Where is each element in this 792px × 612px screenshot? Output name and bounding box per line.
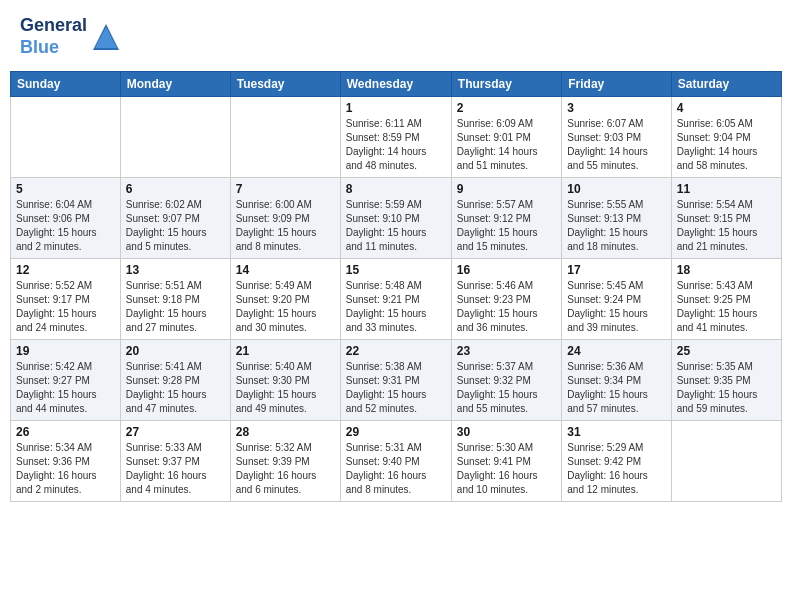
calendar-cell: 18Sunrise: 5:43 AM Sunset: 9:25 PM Dayli… [671, 259, 781, 340]
day-number: 1 [346, 101, 446, 115]
calendar-cell: 13Sunrise: 5:51 AM Sunset: 9:18 PM Dayli… [120, 259, 230, 340]
day-number: 15 [346, 263, 446, 277]
day-info: Sunrise: 5:35 AM Sunset: 9:35 PM Dayligh… [677, 360, 776, 416]
calendar-week-row: 12Sunrise: 5:52 AM Sunset: 9:17 PM Dayli… [11, 259, 782, 340]
day-number: 4 [677, 101, 776, 115]
day-number: 22 [346, 344, 446, 358]
page-header: GeneralBlue [10, 10, 782, 63]
weekday-header: Monday [120, 72, 230, 97]
day-number: 10 [567, 182, 665, 196]
calendar-cell: 24Sunrise: 5:36 AM Sunset: 9:34 PM Dayli… [562, 340, 671, 421]
day-info: Sunrise: 5:32 AM Sunset: 9:39 PM Dayligh… [236, 441, 335, 497]
day-info: Sunrise: 5:40 AM Sunset: 9:30 PM Dayligh… [236, 360, 335, 416]
day-info: Sunrise: 5:48 AM Sunset: 9:21 PM Dayligh… [346, 279, 446, 335]
day-number: 11 [677, 182, 776, 196]
calendar-week-row: 19Sunrise: 5:42 AM Sunset: 9:27 PM Dayli… [11, 340, 782, 421]
calendar-cell: 3Sunrise: 6:07 AM Sunset: 9:03 PM Daylig… [562, 97, 671, 178]
day-number: 28 [236, 425, 335, 439]
day-info: Sunrise: 6:02 AM Sunset: 9:07 PM Dayligh… [126, 198, 225, 254]
calendar-cell: 4Sunrise: 6:05 AM Sunset: 9:04 PM Daylig… [671, 97, 781, 178]
day-number: 16 [457, 263, 556, 277]
day-number: 5 [16, 182, 115, 196]
day-number: 29 [346, 425, 446, 439]
day-info: Sunrise: 5:45 AM Sunset: 9:24 PM Dayligh… [567, 279, 665, 335]
day-info: Sunrise: 5:46 AM Sunset: 9:23 PM Dayligh… [457, 279, 556, 335]
calendar-cell [671, 421, 781, 502]
day-number: 18 [677, 263, 776, 277]
day-info: Sunrise: 5:54 AM Sunset: 9:15 PM Dayligh… [677, 198, 776, 254]
day-info: Sunrise: 5:34 AM Sunset: 9:36 PM Dayligh… [16, 441, 115, 497]
day-number: 3 [567, 101, 665, 115]
day-info: Sunrise: 5:55 AM Sunset: 9:13 PM Dayligh… [567, 198, 665, 254]
day-info: Sunrise: 5:37 AM Sunset: 9:32 PM Dayligh… [457, 360, 556, 416]
calendar-cell: 14Sunrise: 5:49 AM Sunset: 9:20 PM Dayli… [230, 259, 340, 340]
calendar-week-row: 26Sunrise: 5:34 AM Sunset: 9:36 PM Dayli… [11, 421, 782, 502]
day-info: Sunrise: 5:36 AM Sunset: 9:34 PM Dayligh… [567, 360, 665, 416]
day-info: Sunrise: 6:04 AM Sunset: 9:06 PM Dayligh… [16, 198, 115, 254]
calendar-cell: 22Sunrise: 5:38 AM Sunset: 9:31 PM Dayli… [340, 340, 451, 421]
day-info: Sunrise: 5:51 AM Sunset: 9:18 PM Dayligh… [126, 279, 225, 335]
calendar-cell: 26Sunrise: 5:34 AM Sunset: 9:36 PM Dayli… [11, 421, 121, 502]
day-info: Sunrise: 5:43 AM Sunset: 9:25 PM Dayligh… [677, 279, 776, 335]
calendar-cell: 19Sunrise: 5:42 AM Sunset: 9:27 PM Dayli… [11, 340, 121, 421]
calendar-week-row: 5Sunrise: 6:04 AM Sunset: 9:06 PM Daylig… [11, 178, 782, 259]
day-info: Sunrise: 5:33 AM Sunset: 9:37 PM Dayligh… [126, 441, 225, 497]
day-number: 8 [346, 182, 446, 196]
day-info: Sunrise: 6:05 AM Sunset: 9:04 PM Dayligh… [677, 117, 776, 173]
day-info: Sunrise: 5:30 AM Sunset: 9:41 PM Dayligh… [457, 441, 556, 497]
calendar-cell [230, 97, 340, 178]
calendar-cell: 16Sunrise: 5:46 AM Sunset: 9:23 PM Dayli… [451, 259, 561, 340]
calendar-cell: 12Sunrise: 5:52 AM Sunset: 9:17 PM Dayli… [11, 259, 121, 340]
day-info: Sunrise: 6:09 AM Sunset: 9:01 PM Dayligh… [457, 117, 556, 173]
day-info: Sunrise: 5:57 AM Sunset: 9:12 PM Dayligh… [457, 198, 556, 254]
weekday-header: Sunday [11, 72, 121, 97]
calendar-week-row: 1Sunrise: 6:11 AM Sunset: 8:59 PM Daylig… [11, 97, 782, 178]
day-info: Sunrise: 6:00 AM Sunset: 9:09 PM Dayligh… [236, 198, 335, 254]
calendar-cell: 10Sunrise: 5:55 AM Sunset: 9:13 PM Dayli… [562, 178, 671, 259]
day-info: Sunrise: 5:59 AM Sunset: 9:10 PM Dayligh… [346, 198, 446, 254]
calendar-cell: 2Sunrise: 6:09 AM Sunset: 9:01 PM Daylig… [451, 97, 561, 178]
day-number: 27 [126, 425, 225, 439]
calendar-table: SundayMondayTuesdayWednesdayThursdayFrid… [10, 71, 782, 502]
day-number: 6 [126, 182, 225, 196]
day-info: Sunrise: 5:42 AM Sunset: 9:27 PM Dayligh… [16, 360, 115, 416]
calendar-cell [120, 97, 230, 178]
calendar-cell: 1Sunrise: 6:11 AM Sunset: 8:59 PM Daylig… [340, 97, 451, 178]
calendar-cell: 30Sunrise: 5:30 AM Sunset: 9:41 PM Dayli… [451, 421, 561, 502]
logo-icon [91, 22, 121, 52]
calendar-cell: 9Sunrise: 5:57 AM Sunset: 9:12 PM Daylig… [451, 178, 561, 259]
weekday-header: Thursday [451, 72, 561, 97]
day-info: Sunrise: 5:31 AM Sunset: 9:40 PM Dayligh… [346, 441, 446, 497]
weekday-header: Tuesday [230, 72, 340, 97]
calendar-cell: 5Sunrise: 6:04 AM Sunset: 9:06 PM Daylig… [11, 178, 121, 259]
weekday-header: Wednesday [340, 72, 451, 97]
day-info: Sunrise: 5:49 AM Sunset: 9:20 PM Dayligh… [236, 279, 335, 335]
day-number: 12 [16, 263, 115, 277]
day-number: 23 [457, 344, 556, 358]
day-number: 2 [457, 101, 556, 115]
calendar-cell: 6Sunrise: 6:02 AM Sunset: 9:07 PM Daylig… [120, 178, 230, 259]
calendar-cell: 27Sunrise: 5:33 AM Sunset: 9:37 PM Dayli… [120, 421, 230, 502]
day-info: Sunrise: 5:52 AM Sunset: 9:17 PM Dayligh… [16, 279, 115, 335]
calendar-cell [11, 97, 121, 178]
logo-text: GeneralBlue [20, 15, 87, 58]
weekday-header: Saturday [671, 72, 781, 97]
day-number: 14 [236, 263, 335, 277]
day-number: 24 [567, 344, 665, 358]
day-info: Sunrise: 5:41 AM Sunset: 9:28 PM Dayligh… [126, 360, 225, 416]
day-number: 17 [567, 263, 665, 277]
day-info: Sunrise: 6:11 AM Sunset: 8:59 PM Dayligh… [346, 117, 446, 173]
logo: GeneralBlue [20, 15, 121, 58]
weekday-header: Friday [562, 72, 671, 97]
calendar-cell: 29Sunrise: 5:31 AM Sunset: 9:40 PM Dayli… [340, 421, 451, 502]
calendar-cell: 31Sunrise: 5:29 AM Sunset: 9:42 PM Dayli… [562, 421, 671, 502]
calendar-cell: 7Sunrise: 6:00 AM Sunset: 9:09 PM Daylig… [230, 178, 340, 259]
day-number: 7 [236, 182, 335, 196]
day-number: 31 [567, 425, 665, 439]
day-number: 26 [16, 425, 115, 439]
calendar-cell: 11Sunrise: 5:54 AM Sunset: 9:15 PM Dayli… [671, 178, 781, 259]
calendar-cell: 20Sunrise: 5:41 AM Sunset: 9:28 PM Dayli… [120, 340, 230, 421]
calendar-cell: 17Sunrise: 5:45 AM Sunset: 9:24 PM Dayli… [562, 259, 671, 340]
calendar-header-row: SundayMondayTuesdayWednesdayThursdayFrid… [11, 72, 782, 97]
day-number: 9 [457, 182, 556, 196]
